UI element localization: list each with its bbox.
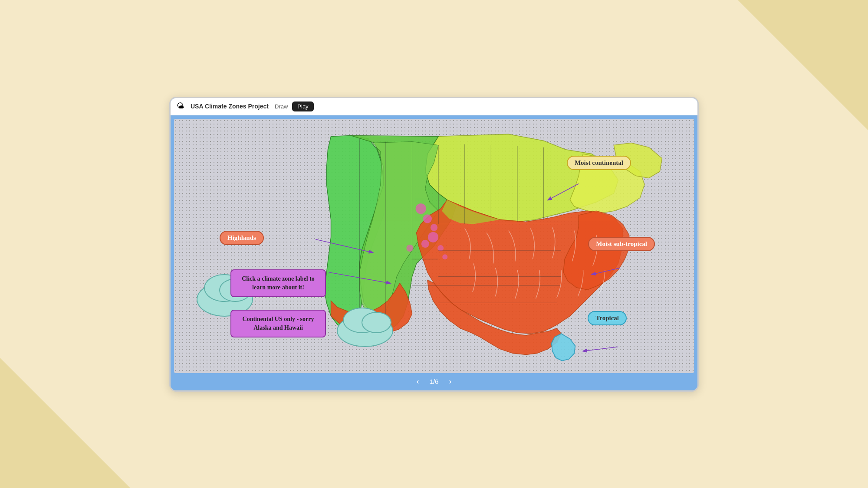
- label-moist-continental[interactable]: Moist continental: [567, 156, 631, 170]
- content-area: Moist continental Highlands Moist sub-tr…: [171, 115, 697, 373]
- label-tropical[interactable]: Tropical: [588, 311, 627, 325]
- next-button[interactable]: ›: [445, 375, 455, 388]
- svg-point-2: [423, 214, 432, 223]
- continental-note-text: Continental US only - sorry Alaska and H…: [243, 316, 314, 331]
- svg-point-5: [421, 239, 429, 247]
- page-total: 6: [435, 378, 438, 385]
- app-icon: 🌤: [177, 102, 186, 111]
- map-container: Moist continental Highlands Moist sub-tr…: [174, 119, 694, 373]
- pagination-bar: ‹ 1/6 ›: [171, 373, 697, 390]
- cloud-right: [337, 314, 393, 347]
- label-highlands[interactable]: Highlands: [220, 231, 264, 245]
- click-instruction-text: Click a climate zone label to learn more…: [242, 275, 315, 291]
- draw-label[interactable]: Draw: [275, 103, 288, 110]
- prev-button[interactable]: ‹: [413, 375, 423, 388]
- main-window: 🌤 USA Climate Zones Project Draw Play: [169, 97, 699, 392]
- info-box-click: Click a climate zone label to learn more…: [230, 269, 326, 297]
- label-moist-subtropical[interactable]: Moist sub-tropical: [588, 237, 655, 251]
- play-button[interactable]: Play: [292, 102, 313, 111]
- svg-point-3: [431, 224, 437, 231]
- svg-point-4: [428, 232, 438, 242]
- app-title: USA Climate Zones Project: [191, 103, 269, 110]
- info-box-continental: Continental US only - sorry Alaska and H…: [230, 310, 326, 337]
- svg-point-8: [406, 244, 413, 251]
- svg-point-1: [416, 203, 426, 213]
- svg-point-7: [442, 254, 447, 259]
- page-current: 1: [430, 378, 433, 385]
- titlebar: 🌤 USA Climate Zones Project Draw Play: [171, 98, 697, 115]
- pagination-text: 1/6: [430, 378, 439, 385]
